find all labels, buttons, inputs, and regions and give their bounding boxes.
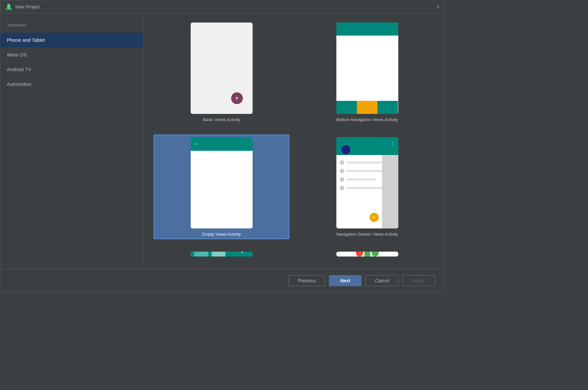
template-label-bottom-nav: Bottom Navigation Views Activity (336, 117, 398, 122)
title-bar-left: New Project (6, 4, 40, 10)
sidebar: Templates Phone and Tablet Wear OS Andro… (0, 13, 144, 269)
bottom-button-bar: Previous Next Cancel Finish (0, 269, 445, 292)
template-card-empty-views[interactable]: ← Empty Views Activity (154, 134, 289, 239)
main-content: Templates Phone and Tablet Wear OS Andro… (0, 13, 445, 269)
template-preview-nav-drawer: ⋮ (336, 137, 398, 228)
template-label-nav-drawer: Navigation Drawer Views Activity (336, 232, 398, 237)
template-preview-chart: ↗ (191, 252, 253, 257)
dots-menu-icon: ⋮ (390, 140, 395, 146)
template-preview-android (336, 252, 398, 257)
next-button[interactable]: Next (329, 275, 361, 286)
arrow-diagonal-icon: ↗ (235, 252, 249, 256)
template-card-chart[interactable]: ↗ (154, 249, 289, 262)
template-label-empty-views: Empty Views Activity (202, 232, 241, 237)
sidebar-item-automotive[interactable]: Automotive (0, 77, 143, 91)
close-button[interactable]: × (437, 4, 440, 9)
template-grid: + Basic Views Activity Bottom Navigation… (144, 13, 445, 269)
finish-button[interactable]: Finish (403, 275, 435, 286)
sidebar-item-phone-tablet[interactable]: Phone and Tablet (0, 33, 143, 47)
template-preview-bottom-nav (336, 23, 398, 114)
teal-grid-area: ↗ (191, 252, 253, 257)
template-label-basic-views: Basic Views Activity (203, 117, 240, 122)
sidebar-item-wear-os[interactable]: Wear OS (0, 47, 143, 62)
template-card-android[interactable] (299, 249, 435, 262)
template-preview-basic-views: + (191, 23, 253, 114)
cancel-button[interactable]: Cancel (365, 275, 399, 286)
top-stripe (336, 23, 398, 36)
drawer-panel (382, 155, 398, 228)
nav-bottom-bar (336, 101, 398, 114)
sidebar-item-android-tv[interactable]: Android TV (0, 62, 143, 77)
template-card-bottom-nav[interactable]: Bottom Navigation Views Activity (299, 20, 435, 125)
dialog-title: New Project (15, 4, 40, 9)
template-card-nav-drawer[interactable]: ⋮ (299, 134, 435, 239)
templates-label: Templates (0, 20, 143, 33)
title-bar: New Project × (0, 0, 445, 13)
top-bar: ← (191, 137, 253, 151)
previous-button[interactable]: Previous (288, 275, 325, 286)
android-icon (6, 4, 12, 10)
new-project-dialog: New Project × Templates Phone and Tablet… (0, 0, 445, 292)
template-card-basic-views[interactable]: + Basic Views Activity (154, 20, 289, 125)
circle-avatar (341, 145, 350, 154)
drawer-fab: + (370, 213, 379, 222)
back-arrow-icon: ← (195, 141, 200, 147)
template-preview-empty-views: ← (191, 137, 253, 228)
fab-icon: + (231, 92, 243, 104)
